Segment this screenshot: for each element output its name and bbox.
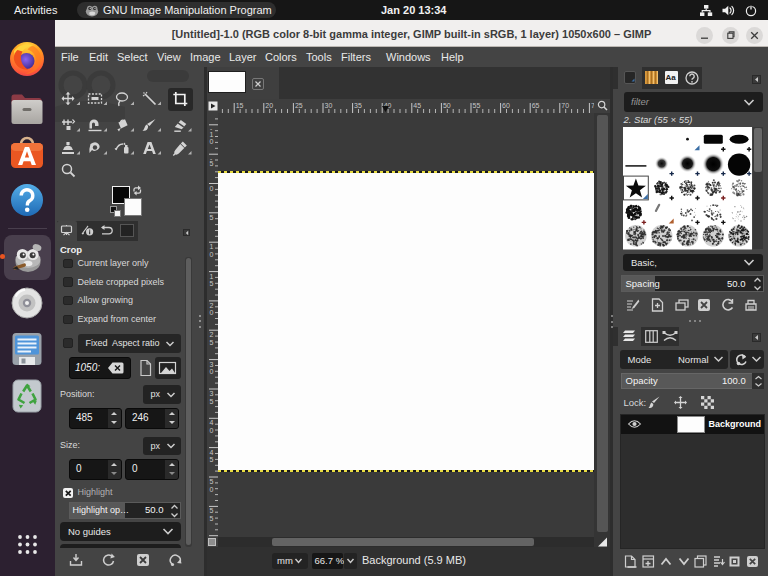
svg-text:4: 4 [209,448,213,455]
svg-text:0: 0 [209,184,213,191]
svg-text:25: 25 [294,102,302,109]
svg-text:70: 70 [561,102,569,109]
svg-text:0: 0 [209,309,213,316]
svg-text:2: 2 [209,301,213,308]
svg-text:50: 50 [442,102,450,109]
svg-text:5: 5 [209,338,213,345]
svg-text:1: 1 [209,130,213,137]
svg-text:5: 5 [209,160,213,167]
svg-text:5: 5 [209,514,213,521]
svg-text:20: 20 [265,102,273,109]
svg-text:30: 30 [324,102,332,109]
svg-text:5: 5 [209,456,213,463]
svg-text:3: 3 [209,360,213,367]
svg-text:0: 0 [209,368,213,375]
svg-text:5: 5 [209,397,213,404]
svg-text:5: 5 [209,280,213,287]
svg-text:45: 45 [413,102,421,109]
svg-text:5: 5 [209,507,213,514]
svg-text:0: 0 [209,426,213,433]
svg-text:0: 0 [209,485,213,492]
svg-text:3: 3 [209,390,213,397]
svg-text:0: 0 [209,138,213,145]
svg-text:4: 4 [209,419,213,426]
svg-text:1: 1 [209,272,213,279]
svg-text:15: 15 [235,102,243,109]
svg-text:35: 35 [354,102,362,109]
svg-text:2: 2 [209,331,213,338]
svg-text:60: 60 [502,102,510,109]
svg-text:65: 65 [531,102,539,109]
svg-text:55: 55 [472,102,480,109]
svg-text:5: 5 [209,213,213,220]
svg-text:1: 1 [209,243,213,250]
svg-text:0: 0 [209,250,213,257]
svg-text:5: 5 [209,478,213,485]
